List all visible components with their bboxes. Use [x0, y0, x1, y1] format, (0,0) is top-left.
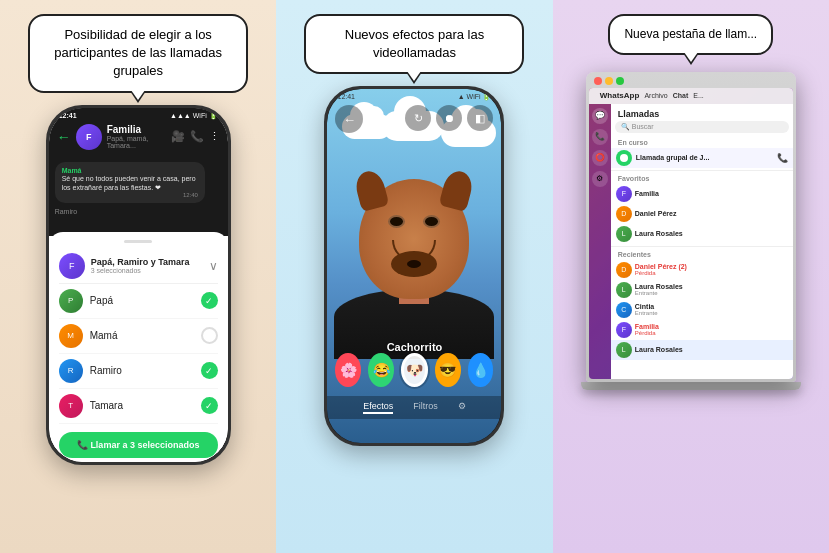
minimize-dot[interactable]: [605, 77, 613, 85]
mama-name: Mamá: [90, 330, 201, 341]
fav-laura-name: Laura Rosales: [635, 230, 788, 237]
fav-familia[interactable]: F Familia: [611, 184, 793, 204]
mac-frame: WhatsApp Archivo Chat E... 💬 📞 ⭕ ⚙: [586, 72, 796, 382]
mac-content-area: 💬 📞 ⭕ ⚙ Llamadas 🔍 Buscar: [589, 104, 793, 379]
fav-laura-info: Laura Rosales: [635, 230, 788, 237]
chat-messages: Mamá Sé que no todos pueden venir a casa…: [49, 156, 228, 236]
sidebar-icon-settings[interactable]: ⚙: [592, 171, 608, 187]
rec-cintia-info: Cintia Entrante: [635, 303, 788, 316]
familia-avatar: F: [76, 124, 102, 150]
llamadas-title: Llamadas: [611, 104, 793, 121]
sidebar-icon-circle[interactable]: ⭕: [592, 150, 608, 166]
mac-main-panel: Llamadas 🔍 Buscar En curso: [611, 104, 793, 379]
panel2-bubble-text: Nuevos efectos para las videollamadas: [345, 27, 484, 60]
mac-chat[interactable]: Chat: [673, 92, 689, 99]
record-icon[interactable]: ⏺: [436, 105, 462, 131]
rec-laura2-info: Laura Rosales: [635, 346, 788, 353]
dog-ear-left: [353, 168, 390, 212]
search-placeholder-text: Buscar: [632, 123, 654, 130]
tamara-check: ✓: [201, 397, 218, 414]
call-3-button[interactable]: 📞 Llamar a 3 seleccionados: [59, 432, 218, 458]
close-dot[interactable]: [594, 77, 602, 85]
mac-e[interactable]: E...: [693, 92, 704, 99]
phone2-time: 12:41: [337, 93, 355, 101]
participant-ramiro[interactable]: R Ramiro ✓: [59, 354, 218, 389]
effect-btn-1[interactable]: 🌸: [335, 353, 361, 387]
settings-icon[interactable]: ⚙: [458, 401, 466, 414]
fav-familia-name: Familia: [635, 190, 788, 197]
effect-btn-3[interactable]: 😎: [435, 353, 461, 387]
effect-btn-active[interactable]: 🐶: [401, 353, 428, 387]
fav-familia-avatar: F: [616, 186, 632, 202]
papa-check: ✓: [201, 292, 218, 309]
tab-effects[interactable]: Efectos: [363, 401, 393, 414]
back-icon[interactable]: ←: [57, 129, 71, 145]
rec-daniel-name: Daniel Pérez (2): [635, 263, 788, 270]
rec-daniel[interactable]: D Daniel Pérez (2) Pérdida: [611, 260, 793, 280]
fav-familia-info: Familia: [635, 190, 788, 197]
mama-check-empty: [201, 327, 218, 344]
divider-2: [611, 246, 793, 247]
effect-btn-2[interactable]: 😂: [368, 353, 394, 387]
sidebar-icon-chat[interactable]: 💬: [592, 108, 608, 124]
video-icon[interactable]: 🎥: [171, 130, 185, 143]
rec-laura-avatar: L: [616, 282, 632, 298]
sidebar-icon-phone[interactable]: 📞: [592, 129, 608, 145]
dog-nostril: [407, 260, 421, 268]
rec-daniel-status: Pérdida: [635, 270, 788, 276]
mac-base: [581, 382, 801, 390]
maximize-dot[interactable]: [616, 77, 624, 85]
phone1-frame: 12:41 ▲▲▲ WiFi 🔋 ← F Familia Papá, mamá,…: [46, 105, 231, 465]
chevron-icon: ∨: [209, 259, 218, 273]
participant-tamara[interactable]: T Tamara ✓: [59, 389, 218, 424]
tamara-name: Tamara: [90, 400, 201, 411]
message-mama: Mamá Sé que no todos pueden venir a casa…: [55, 162, 205, 203]
mac-archivo[interactable]: Archivo: [644, 92, 667, 99]
rec-daniel-info: Daniel Pérez (2) Pérdida: [635, 263, 788, 276]
rec-daniel-avatar: D: [616, 262, 632, 278]
rec-laura-status: Entrante: [635, 290, 788, 296]
participant-papa[interactable]: P Papá ✓: [59, 284, 218, 319]
active-call-phone-icon: 📞: [777, 153, 788, 163]
tamara-avatar: T: [59, 394, 83, 418]
fav-daniel-name: Daniel Pérez: [635, 210, 788, 217]
flip-icon[interactable]: ↻: [405, 105, 431, 131]
fav-laura[interactable]: L Laura Rosales: [611, 224, 793, 244]
active-call-row[interactable]: Llamada grupal de J... 📞: [611, 148, 793, 168]
effect-btn-4[interactable]: 💧: [468, 353, 494, 387]
phone2-screen: 12:41 ▲ WiFi 🔋 ← ↻ ⏺ ◧: [327, 89, 501, 443]
chat-name: Familia: [107, 124, 166, 135]
menu-icon[interactable]: ⋮: [209, 130, 220, 143]
chat-header-info: Familia Papá, mamá, Tamara...: [107, 124, 166, 149]
filter-icon[interactable]: ◧: [467, 105, 493, 131]
participant-mama[interactable]: M Mamá: [59, 319, 218, 354]
mac-traffic-lights: [594, 77, 624, 85]
rec-cintia-avatar: C: [616, 302, 632, 318]
phone2-signal: ▲ WiFi 🔋: [458, 93, 492, 101]
active-call-dot: [616, 150, 632, 166]
message-time: 12:40: [62, 192, 198, 198]
modal-handle: [124, 240, 152, 243]
phone1-signal: ▲▲▲ WiFi 🔋: [170, 112, 218, 120]
rec-cintia[interactable]: C Cintia Entrante: [611, 300, 793, 320]
mac-search-bar[interactable]: 🔍 Buscar: [615, 121, 789, 133]
panel1-bubble: Posibilidad de elegir a los participante…: [28, 14, 248, 93]
right-eye: [425, 217, 438, 226]
active-call-name: Llamada grupal de J...: [636, 154, 773, 161]
fav-daniel[interactable]: D Daniel Pérez: [611, 204, 793, 224]
rec-familia-name: Familia: [635, 323, 788, 330]
rec-familia[interactable]: F Familia Pérdida: [611, 320, 793, 340]
favoritos-label: Favoritos: [611, 173, 793, 184]
divider-1: [611, 170, 793, 171]
fav-daniel-avatar: D: [616, 206, 632, 222]
rec-laura2[interactable]: L Laura Rosales: [611, 340, 793, 360]
video-top-icons: ↻ ⏺ ◧: [405, 105, 493, 131]
phone-icon[interactable]: 📞: [190, 130, 204, 143]
tab-filters[interactable]: Filtros: [413, 401, 438, 414]
rec-cintia-name: Cintia: [635, 303, 788, 310]
rec-cintia-status: Entrante: [635, 310, 788, 316]
panel1-bubble-text: Posibilidad de elegir a los participante…: [54, 27, 222, 78]
mac-whatsapp: WhatsApp: [600, 91, 640, 100]
recientes-label: Recientes: [611, 249, 793, 260]
rec-laura[interactable]: L Laura Rosales Entrante: [611, 280, 793, 300]
